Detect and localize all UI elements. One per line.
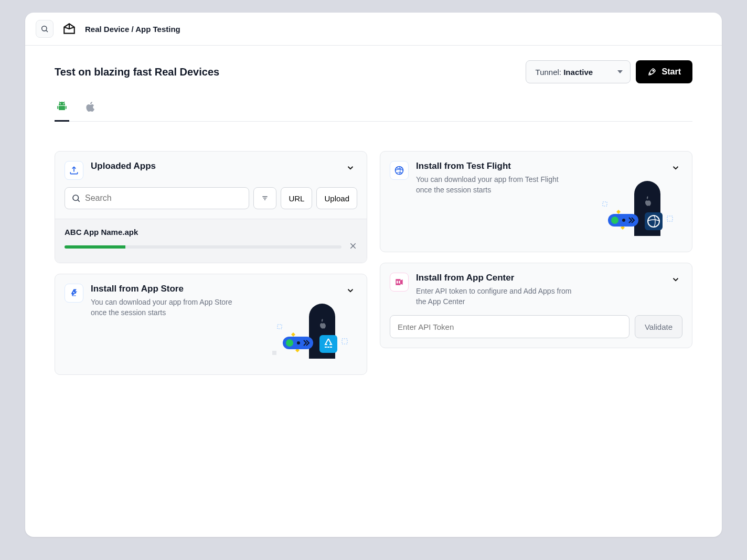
collapse-toggle[interactable] — [669, 161, 682, 177]
svg-rect-6 — [57, 106, 58, 109]
rocket-icon — [647, 67, 657, 77]
collapse-toggle[interactable] — [669, 273, 682, 288]
svg-point-27 — [648, 216, 659, 227]
svg-point-21 — [286, 339, 293, 347]
chevron-down-icon — [671, 275, 680, 284]
svg-rect-26 — [645, 212, 663, 230]
right-column: Install from Test Flight You can downloa… — [380, 151, 692, 348]
header-row: Test on blazing fast Real Devices Tunnel… — [55, 60, 692, 83]
caret-down-icon — [617, 70, 623, 73]
logo-icon — [62, 21, 77, 36]
svg-rect-31 — [667, 216, 673, 221]
start-button-label: Start — [662, 67, 681, 77]
appcenter-sub: Enter API token to configure and Add App… — [416, 286, 573, 307]
uploading-file-name: ABC App Name.apk — [65, 228, 357, 236]
tab-apple[interactable] — [84, 96, 98, 121]
svg-rect-18 — [272, 351, 276, 355]
testflight-sub: You can download your app from Test Flig… — [416, 175, 573, 195]
app-store-title: Install from App Store — [91, 284, 336, 294]
svg-rect-7 — [66, 106, 67, 109]
app-window: Real Device / App Testing Test on blazin… — [25, 13, 722, 537]
svg-point-3 — [60, 103, 61, 104]
tunnel-selector[interactable]: Tunnel: Inactive — [526, 60, 631, 83]
topbar: Real Device / App Testing — [25, 13, 722, 46]
url-button[interactable]: URL — [281, 187, 312, 209]
platform-tabs — [55, 96, 692, 122]
svg-line-1 — [46, 30, 48, 32]
android-icon — [56, 100, 68, 113]
svg-line-11 — [78, 200, 79, 201]
search-icon — [40, 25, 49, 33]
filter-button[interactable] — [253, 187, 276, 209]
appstore-icon — [65, 284, 83, 303]
upload-icon — [65, 161, 83, 180]
content: Test on blazing fast Real Devices Tunnel… — [25, 46, 722, 537]
testflight-title: Install from Test Flight — [416, 161, 661, 171]
svg-rect-33 — [399, 281, 400, 284]
upload-progress-row: ABC App Name.apk — [55, 219, 367, 263]
upload-progress-bar — [65, 245, 342, 249]
svg-rect-5 — [59, 106, 65, 110]
appcenter-title: Install from App Center — [416, 273, 661, 283]
tab-android[interactable] — [55, 96, 69, 122]
upload-button[interactable]: Upload — [316, 187, 357, 209]
svg-rect-19 — [319, 335, 337, 353]
svg-rect-20 — [283, 337, 313, 349]
appcenter-card: Install from App Center Enter API token … — [380, 263, 692, 348]
tunnel-status: Inactive — [563, 68, 593, 77]
tunnel-label: Tunnel: — [536, 68, 561, 77]
apple-icon — [85, 101, 97, 113]
app-search-input[interactable] — [85, 193, 242, 203]
svg-point-0 — [42, 26, 47, 31]
svg-point-4 — [63, 103, 64, 104]
uploaded-apps-title: Uploaded Apps — [91, 161, 336, 171]
svg-line-8 — [59, 102, 60, 103]
svg-rect-28 — [608, 214, 638, 227]
left-column: Uploaded Apps — [55, 151, 367, 375]
upload-progress-fill — [65, 245, 125, 249]
svg-point-22 — [297, 341, 300, 344]
cancel-upload-button[interactable] — [349, 242, 357, 252]
breadcrumb: Real Device / App Testing — [85, 25, 180, 34]
testflight-card: Install from Test Flight You can downloa… — [380, 151, 692, 252]
search-icon — [71, 193, 81, 203]
app-store-sub: You can download your app from App Store… — [91, 297, 248, 318]
testflight-icon — [390, 161, 409, 180]
app-store-card: Install from App Store You can download … — [55, 274, 367, 375]
start-button[interactable]: Start — [636, 60, 692, 83]
validate-button[interactable]: Validate — [635, 315, 682, 338]
collapse-toggle[interactable] — [344, 284, 357, 299]
cards-grid: Uploaded Apps — [55, 151, 692, 375]
filter-icon — [261, 193, 269, 203]
svg-point-30 — [622, 219, 625, 222]
svg-point-10 — [73, 195, 79, 201]
search-input-wrap[interactable] — [65, 187, 249, 209]
appcenter-icon — [390, 273, 409, 292]
svg-rect-23 — [342, 339, 347, 344]
close-icon — [349, 242, 357, 250]
api-token-input[interactable] — [390, 315, 629, 338]
chevron-down-icon — [671, 163, 680, 173]
svg-line-9 — [64, 102, 65, 103]
collapse-toggle[interactable] — [344, 161, 357, 177]
svg-point-2 — [653, 70, 654, 71]
uploaded-apps-card: Uploaded Apps — [55, 151, 367, 263]
page-title: Test on blazing fast Real Devices — [55, 66, 219, 78]
chevron-down-icon — [346, 163, 355, 173]
chevron-down-icon — [346, 286, 355, 295]
svg-point-29 — [611, 217, 618, 224]
global-search-button[interactable] — [36, 20, 54, 38]
header-actions: Tunnel: Inactive Start — [526, 60, 692, 83]
svg-rect-32 — [397, 281, 398, 284]
